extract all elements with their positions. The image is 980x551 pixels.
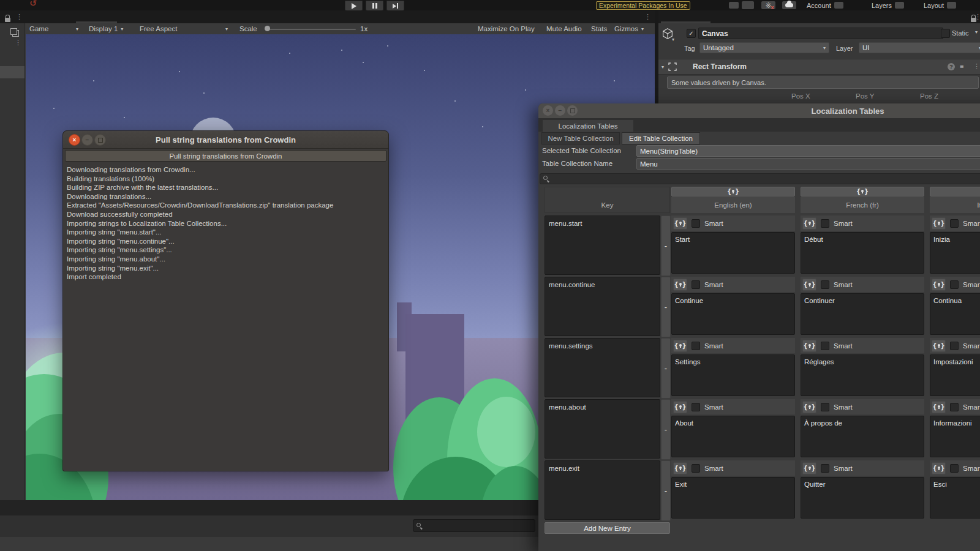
- view-mode-dropdown[interactable]: Game▾: [29, 23, 48, 34]
- smart-checkbox[interactable]: [950, 219, 959, 228]
- component-header[interactable]: ▾ Rect Transform ? ≡ ⋮: [658, 59, 980, 75]
- maximize-on-play-toggle[interactable]: Maximize On Play: [478, 23, 535, 34]
- cell-metadata-button[interactable]: {}: [673, 401, 687, 413]
- cell-metadata-button[interactable]: {}: [673, 340, 687, 352]
- smart-checkbox[interactable]: [692, 342, 700, 350]
- lock-icon[interactable]: [5, 18, 10, 22]
- key-cell[interactable]: menu.continue: [545, 277, 660, 336]
- language-header-label[interactable]: English (en): [671, 197, 795, 213]
- foldout-arrow-icon[interactable]: ▾: [662, 64, 664, 70]
- translation-textarea[interactable]: Start: [671, 232, 795, 274]
- table-search-input[interactable]: [540, 173, 980, 184]
- column-metadata-button[interactable]: {}: [671, 187, 795, 197]
- kebab-menu-icon[interactable]: ⋮: [15, 39, 21, 46]
- language-header-label[interactable]: Italian (it): [930, 197, 980, 213]
- smart-checkbox[interactable]: [821, 219, 829, 228]
- static-checkbox[interactable]: [941, 29, 950, 38]
- smart-checkbox[interactable]: [950, 464, 959, 473]
- smart-checkbox[interactable]: [692, 280, 700, 289]
- play-button[interactable]: [345, 1, 363, 11]
- scale-slider[interactable]: [265, 29, 356, 30]
- remove-entry-button[interactable]: -: [661, 460, 671, 521]
- scale-slider-handle[interactable]: [265, 26, 270, 31]
- translation-textarea[interactable]: Informazioni: [930, 416, 980, 457]
- cell-metadata-button[interactable]: {}: [802, 217, 816, 230]
- minimize-icon[interactable]: −: [81, 134, 93, 146]
- smart-checkbox[interactable]: [950, 403, 959, 411]
- translation-textarea[interactable]: À propos de: [801, 416, 924, 457]
- layers-dropdown[interactable]: Layers: [872, 1, 904, 9]
- chevron-down-icon[interactable]: ▾: [672, 37, 674, 42]
- translation-textarea[interactable]: Esci: [930, 477, 980, 519]
- selected-table-collection-field[interactable]: Menu(StringTable): [636, 145, 980, 157]
- remove-entry-button[interactable]: -: [661, 216, 671, 276]
- cell-metadata-button[interactable]: {}: [673, 279, 687, 291]
- smart-checkbox[interactable]: [950, 280, 959, 289]
- localization-window-titlebar[interactable]: × − Localization Tables: [538, 103, 980, 119]
- search-input[interactable]: [413, 519, 535, 532]
- key-cell[interactable]: menu.settings: [545, 338, 660, 397]
- layout-dropdown[interactable]: Layout: [924, 1, 956, 9]
- column-metadata-button[interactable]: {}: [801, 187, 924, 197]
- remove-entry-button[interactable]: -: [661, 338, 671, 399]
- layer-dropdown[interactable]: UI▾: [859, 42, 980, 53]
- smart-checkbox[interactable]: [692, 464, 700, 473]
- table-collection-name-field[interactable]: Menu: [636, 158, 980, 170]
- cell-metadata-button[interactable]: {}: [932, 217, 946, 230]
- translation-textarea[interactable]: Réglages: [801, 354, 924, 396]
- maximize-icon[interactable]: [94, 134, 106, 146]
- translation-textarea[interactable]: Quitter: [801, 477, 924, 519]
- translation-textarea[interactable]: Continue: [671, 293, 795, 335]
- smart-checkbox[interactable]: [821, 403, 829, 411]
- cell-metadata-button[interactable]: {}: [802, 279, 816, 291]
- translation-textarea[interactable]: About: [671, 416, 795, 457]
- cell-metadata-button[interactable]: {}: [932, 340, 946, 352]
- new-table-collection-tab[interactable]: New Table Collection: [541, 132, 620, 144]
- key-cell[interactable]: menu.about: [545, 399, 660, 459]
- mute-audio-toggle[interactable]: Mute Audio: [546, 23, 582, 34]
- pull-translations-button[interactable]: Pull string translations from Crowdin: [65, 150, 386, 162]
- presets-icon[interactable]: ≡: [960, 62, 963, 70]
- add-new-entry-button[interactable]: Add New Entry: [545, 522, 670, 534]
- remove-entry-button[interactable]: -: [661, 399, 671, 460]
- cell-metadata-button[interactable]: {}: [932, 401, 946, 413]
- rotate-tool-icon[interactable]: ↺: [29, 0, 37, 8]
- cell-metadata-button[interactable]: {}: [673, 462, 687, 474]
- cell-metadata-button[interactable]: {}: [932, 462, 946, 474]
- kebab-menu-icon[interactable]: ⋮: [16, 13, 23, 20]
- cell-metadata-button[interactable]: {}: [802, 462, 816, 474]
- account-dropdown[interactable]: Account: [807, 1, 843, 9]
- step-button[interactable]: [386, 1, 404, 11]
- close-icon[interactable]: ×: [69, 134, 80, 146]
- edit-table-collection-tab[interactable]: Edit Table Collection: [622, 132, 700, 144]
- experimental-packages-badge[interactable]: Experimental Packages In Use: [596, 1, 690, 10]
- translation-textarea[interactable]: Inizia: [930, 232, 980, 274]
- translation-textarea[interactable]: Impostazioni: [930, 354, 980, 396]
- cell-metadata-button[interactable]: {}: [802, 340, 816, 352]
- tab-localization-tables[interactable]: Localization Tables: [543, 120, 633, 132]
- chevron-down-icon[interactable]: ▾: [975, 29, 978, 35]
- language-header-label[interactable]: French (fr): [801, 197, 924, 213]
- toolbar-button[interactable]: [742, 1, 754, 9]
- translation-textarea[interactable]: Continuer: [801, 293, 924, 335]
- help-icon[interactable]: ?: [948, 63, 955, 70]
- smart-checkbox[interactable]: [950, 342, 959, 350]
- translation-textarea[interactable]: Settings: [671, 354, 795, 396]
- smart-checkbox[interactable]: [692, 403, 700, 411]
- translation-textarea[interactable]: Continua: [930, 293, 980, 335]
- tag-dropdown[interactable]: Untagged▾: [699, 42, 829, 53]
- kebab-menu-icon[interactable]: ⋮: [644, 13, 651, 20]
- active-checkbox[interactable]: ✓: [687, 29, 696, 38]
- smart-checkbox[interactable]: [821, 464, 829, 473]
- translation-textarea[interactable]: Exit: [671, 477, 795, 519]
- key-cell[interactable]: menu.exit: [545, 460, 660, 520]
- close-icon[interactable]: ×: [543, 105, 553, 116]
- pause-button[interactable]: [366, 1, 383, 11]
- cell-metadata-button[interactable]: {}: [673, 217, 687, 230]
- cloud-button[interactable]: [782, 1, 796, 9]
- smart-checkbox[interactable]: [821, 342, 829, 350]
- collab-button[interactable]: ※x: [761, 1, 775, 9]
- remove-entry-button[interactable]: -: [661, 277, 671, 337]
- restore-window-icon[interactable]: [12, 30, 19, 37]
- kebab-menu-icon[interactable]: ⋮: [974, 13, 980, 20]
